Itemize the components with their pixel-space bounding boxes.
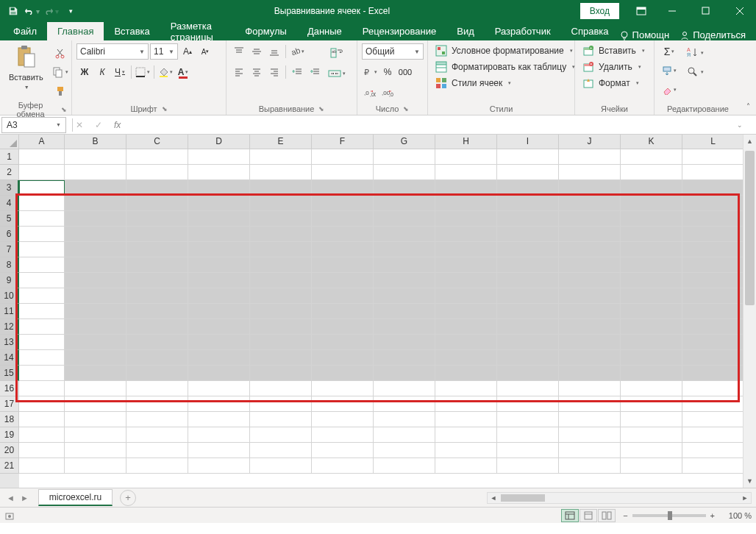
cell[interactable] <box>65 242 126 257</box>
cell[interactable] <box>559 242 621 257</box>
cell[interactable] <box>126 366 188 381</box>
vertical-scrollbar[interactable]: ▲ ▼ <box>743 135 756 488</box>
cell[interactable] <box>188 242 250 257</box>
cell[interactable] <box>188 257 250 273</box>
cell[interactable] <box>126 381 188 396</box>
cell[interactable] <box>126 165 188 180</box>
cell[interactable] <box>682 319 744 335</box>
align-center-button[interactable] <box>249 64 265 80</box>
cell[interactable] <box>621 458 682 474</box>
scroll-left-icon[interactable]: ◄ <box>488 493 499 503</box>
cell[interactable] <box>435 350 497 366</box>
cell[interactable] <box>682 273 744 288</box>
cell[interactable] <box>126 304 188 319</box>
scroll-up-icon[interactable]: ▲ <box>743 135 756 148</box>
cell[interactable] <box>621 211 682 227</box>
row-header[interactable]: 20 <box>0 443 19 458</box>
cell[interactable] <box>621 412 682 427</box>
cell[interactable] <box>250 165 312 180</box>
cell[interactable] <box>374 273 435 288</box>
cell[interactable] <box>312 350 374 366</box>
cell[interactable] <box>19 227 65 242</box>
cell[interactable] <box>682 288 744 304</box>
cell[interactable] <box>374 304 435 319</box>
cell[interactable] <box>188 149 250 165</box>
cell[interactable] <box>374 196 435 211</box>
cell[interactable] <box>65 211 126 227</box>
cell[interactable] <box>682 242 744 257</box>
add-sheet-button[interactable]: + <box>120 490 136 506</box>
cell[interactable] <box>621 257 682 273</box>
cell[interactable] <box>19 149 65 165</box>
cell[interactable] <box>188 319 250 335</box>
cell[interactable] <box>621 335 682 350</box>
cell[interactable] <box>250 319 312 335</box>
cell[interactable] <box>312 381 374 396</box>
cell[interactable] <box>65 366 126 381</box>
cell[interactable] <box>374 396 435 412</box>
cell[interactable] <box>65 412 126 427</box>
cell[interactable] <box>19 381 65 396</box>
tab-help[interactable]: Справка <box>561 22 619 40</box>
column-header[interactable]: B <box>65 135 126 149</box>
cell[interactable] <box>312 335 374 350</box>
cell[interactable] <box>435 427 497 443</box>
cell[interactable] <box>312 396 374 412</box>
cell[interactable] <box>682 427 744 443</box>
cell[interactable] <box>126 412 188 427</box>
column-header[interactable]: G <box>374 135 435 149</box>
decrease-indent-button[interactable] <box>289 64 305 80</box>
page-layout-view-button[interactable] <box>580 509 597 522</box>
tab-developer[interactable]: Разработчик <box>485 22 561 40</box>
cell[interactable] <box>65 381 126 396</box>
cell[interactable] <box>435 227 497 242</box>
cell[interactable] <box>497 288 559 304</box>
cell[interactable] <box>682 149 744 165</box>
cell[interactable] <box>312 427 374 443</box>
cell[interactable] <box>19 196 65 211</box>
align-bottom-button[interactable] <box>266 43 282 60</box>
cell[interactable] <box>621 319 682 335</box>
cell[interactable] <box>435 149 497 165</box>
cell[interactable] <box>559 335 621 350</box>
cell[interactable] <box>250 227 312 242</box>
cell[interactable] <box>65 227 126 242</box>
cell[interactable] <box>497 366 559 381</box>
row-header[interactable]: 6 <box>0 227 19 242</box>
cell[interactable] <box>559 227 621 242</box>
number-format-combo[interactable]: Общий▼ <box>362 43 424 60</box>
cell[interactable] <box>126 458 188 474</box>
comma-format-button[interactable]: 000 <box>397 64 413 80</box>
cell[interactable] <box>65 427 126 443</box>
cell[interactable] <box>250 196 312 211</box>
cell[interactable] <box>126 257 188 273</box>
cell[interactable] <box>374 242 435 257</box>
row-header[interactable]: 5 <box>0 211 19 227</box>
cell[interactable] <box>65 165 126 180</box>
cell[interactable] <box>19 211 65 227</box>
cell[interactable] <box>188 458 250 474</box>
cell[interactable] <box>126 149 188 165</box>
cell[interactable] <box>312 242 374 257</box>
cell[interactable] <box>250 273 312 288</box>
cell[interactable] <box>497 196 559 211</box>
cell[interactable] <box>188 443 250 458</box>
autosum-button[interactable]: Σ▾ <box>659 43 680 60</box>
tab-view[interactable]: Вид <box>446 22 485 40</box>
accounting-format-button[interactable]: ₽▾ <box>362 64 378 80</box>
cell[interactable] <box>19 458 65 474</box>
cell[interactable] <box>250 350 312 366</box>
cell[interactable] <box>374 227 435 242</box>
conditional-formatting-button[interactable]: Условное форматирование▾ <box>432 43 576 58</box>
cell[interactable] <box>497 458 559 474</box>
cell[interactable] <box>19 180 65 196</box>
cell[interactable] <box>621 242 682 257</box>
cell[interactable] <box>19 304 65 319</box>
cell[interactable] <box>126 396 188 412</box>
cell[interactable] <box>559 412 621 427</box>
cell[interactable] <box>374 149 435 165</box>
cell[interactable] <box>312 366 374 381</box>
cell[interactable] <box>374 412 435 427</box>
cell[interactable] <box>19 366 65 381</box>
cell[interactable] <box>250 458 312 474</box>
